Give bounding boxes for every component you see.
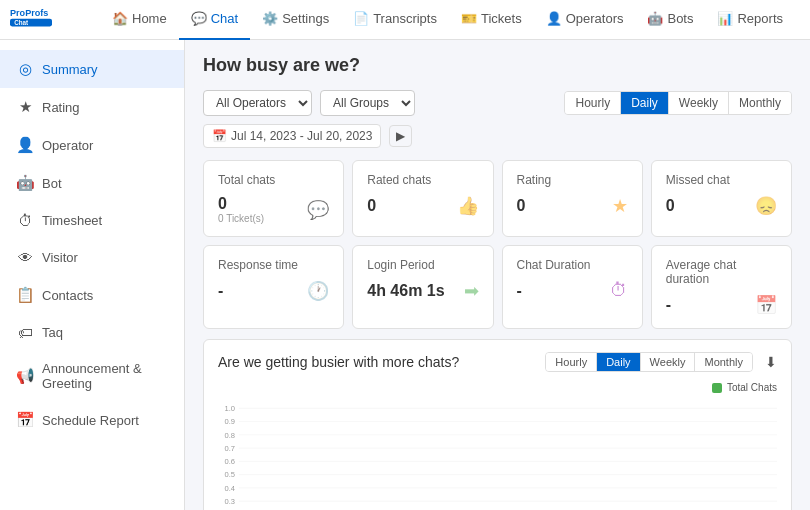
date-next-button[interactable]: ▶ — [389, 125, 412, 147]
chart-svg: 1.0 0.9 0.8 0.7 0.6 0.5 0.4 0.3 0.2 0.1 … — [218, 397, 777, 510]
nav-reports[interactable]: 📊 Reports — [705, 0, 795, 40]
period-tab-monthly[interactable]: Monthly — [729, 92, 791, 114]
announcement-icon: 📢 — [16, 367, 34, 385]
sidebar-item-bot[interactable]: 🤖 Bot — [0, 164, 184, 202]
sidebar-item-summary[interactable]: ◎ Summary — [0, 50, 184, 88]
nav-chat[interactable]: 💬 Chat — [179, 0, 250, 40]
sidebar-item-timesheet[interactable]: ⏱ Timesheet — [0, 202, 184, 239]
svg-text:0.3: 0.3 — [225, 497, 236, 506]
chart-area: 1.0 0.9 0.8 0.7 0.6 0.5 0.4 0.3 0.2 0.1 … — [218, 397, 777, 510]
metric-card-response-time: Response time - 🕐 — [203, 245, 344, 329]
tickets-icon: 🎫 — [461, 11, 477, 26]
top-navigation: ProProfs Chat 🏠 Home 💬 Chat ⚙️ Settings … — [0, 0, 810, 40]
rating-metric-icon: ★ — [612, 195, 628, 217]
period-tabs: Hourly Daily Weekly Monthly — [564, 91, 792, 115]
svg-text:0.8: 0.8 — [225, 431, 236, 440]
metric-card-rating: Rating 0 ★ — [502, 160, 643, 237]
sidebar-item-contacts[interactable]: 📋 Contacts — [0, 276, 184, 314]
legend-dot — [712, 383, 722, 393]
filters-row: All Operators All Groups Hourly Daily We… — [203, 90, 792, 148]
sidebar: ◎ Summary ★ Rating 👤 Operator 🤖 Bot ⏱ Ti… — [0, 40, 185, 510]
operators-icon: 👤 — [546, 11, 562, 26]
chart-tab-weekly[interactable]: Weekly — [641, 353, 696, 371]
logo: ProProfs Chat — [10, 3, 80, 36]
bot-icon: 🤖 — [16, 174, 34, 192]
timesheet-icon: ⏱ — [16, 212, 34, 229]
period-tab-weekly[interactable]: Weekly — [669, 92, 729, 114]
visitor-icon: 👁 — [16, 249, 34, 266]
group-filter[interactable]: All Groups — [320, 90, 415, 116]
sidebar-item-schedule[interactable]: 📅 Schedule Report — [0, 401, 184, 439]
nav-operators[interactable]: 👤 Operators — [534, 0, 636, 40]
sidebar-item-operator[interactable]: 👤 Operator — [0, 126, 184, 164]
main-content: How busy are we? All Operators All Group… — [185, 40, 810, 510]
chart-title: Are we getting busier with more chats? — [218, 354, 459, 370]
operator-filter[interactable]: All Operators — [203, 90, 312, 116]
schedule-icon: 📅 — [16, 411, 34, 429]
metric-card-chat-duration: Chat Duration - ⏱ — [502, 245, 643, 329]
period-tab-hourly[interactable]: Hourly — [565, 92, 621, 114]
metrics-grid: Total chats 0 0 Ticket(s) 💬 Rated chats … — [203, 160, 792, 329]
taq-icon: 🏷 — [16, 324, 34, 341]
total-chats-icon: 💬 — [307, 199, 329, 221]
svg-text:0.6: 0.6 — [225, 457, 236, 466]
chart-tab-hourly[interactable]: Hourly — [546, 353, 597, 371]
chart-header: Are we getting busier with more chats? H… — [218, 352, 777, 372]
svg-text:0.4: 0.4 — [225, 484, 236, 493]
nav-bots[interactable]: 🤖 Bots — [635, 0, 705, 40]
svg-text:0.7: 0.7 — [225, 444, 236, 453]
calendar-icon: 📅 — [212, 129, 227, 143]
svg-text:ProProfs: ProProfs — [10, 8, 48, 18]
home-icon: 🏠 — [112, 11, 128, 26]
metric-card-login-period: Login Period 4h 46m 1s ➡ — [352, 245, 493, 329]
sidebar-item-taq[interactable]: 🏷 Taq — [0, 314, 184, 351]
metric-card-avg-chat-duration: Average chat duration - 📅 — [651, 245, 792, 329]
login-period-icon: ➡ — [464, 280, 479, 302]
chart-period-tabs: Hourly Daily Weekly Monthly — [545, 352, 753, 372]
bots-icon: 🤖 — [647, 11, 663, 26]
response-time-icon: 🕐 — [307, 280, 329, 302]
settings-icon: ⚙️ — [262, 11, 278, 26]
chart-tab-monthly[interactable]: Monthly — [695, 353, 752, 371]
date-range-picker[interactable]: 📅 Jul 14, 2023 - Jul 20, 2023 — [203, 124, 381, 148]
metric-card-missed-chat: Missed chat 0 😞 — [651, 160, 792, 237]
missed-chat-icon: 😞 — [755, 195, 777, 217]
rating-icon: ★ — [16, 98, 34, 116]
summary-icon: ◎ — [16, 60, 34, 78]
sidebar-item-visitor[interactable]: 👁 Visitor — [0, 239, 184, 276]
chat-duration-icon: ⏱ — [610, 280, 628, 301]
operator-icon: 👤 — [16, 136, 34, 154]
nav-tickets[interactable]: 🎫 Tickets — [449, 0, 534, 40]
svg-text:1.0: 1.0 — [225, 404, 236, 413]
svg-text:0.9: 0.9 — [225, 417, 236, 426]
page-title: How busy are we? — [203, 55, 792, 76]
metric-card-total-chats: Total chats 0 0 Ticket(s) 💬 — [203, 160, 344, 237]
chat-icon: 💬 — [191, 11, 207, 26]
chart-legend: Total Chats — [218, 382, 777, 393]
chart-download-icon[interactable]: ⬇ — [765, 354, 777, 370]
reports-icon: 📊 — [717, 11, 733, 26]
transcripts-icon: 📄 — [353, 11, 369, 26]
nav-home[interactable]: 🏠 Home — [100, 0, 179, 40]
sidebar-item-rating[interactable]: ★ Rating — [0, 88, 184, 126]
chart-section: Are we getting busier with more chats? H… — [203, 339, 792, 510]
sidebar-item-announcement[interactable]: 📢 Announcement & Greeting — [0, 351, 184, 401]
svg-text:0.5: 0.5 — [225, 470, 236, 479]
nav-settings[interactable]: ⚙️ Settings — [250, 0, 341, 40]
main-layout: ◎ Summary ★ Rating 👤 Operator 🤖 Bot ⏱ Ti… — [0, 40, 810, 510]
svg-text:Chat: Chat — [14, 19, 29, 26]
chart-tab-daily[interactable]: Daily — [597, 353, 640, 371]
nav-items: 🏠 Home 💬 Chat ⚙️ Settings 📄 Transcripts … — [100, 0, 795, 40]
rated-chats-icon: 👍 — [457, 195, 479, 217]
avg-chat-duration-icon: 📅 — [755, 294, 777, 316]
metric-card-rated-chats: Rated chats 0 👍 — [352, 160, 493, 237]
nav-transcripts[interactable]: 📄 Transcripts — [341, 0, 449, 40]
period-tab-daily[interactable]: Daily — [621, 92, 669, 114]
contacts-icon: 📋 — [16, 286, 34, 304]
